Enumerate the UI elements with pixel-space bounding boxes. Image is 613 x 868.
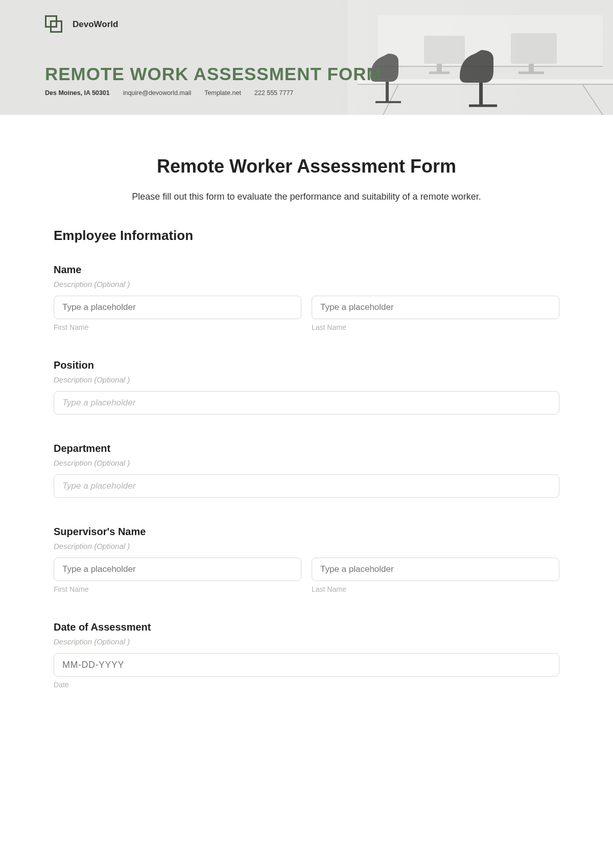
svg-rect-11 — [386, 82, 389, 102]
svg-rect-6 — [511, 33, 557, 64]
field-department-label: Department — [54, 443, 559, 454]
supervisor-first-name-sublabel: First Name — [54, 585, 301, 593]
department-input[interactable] — [54, 474, 559, 498]
svg-rect-12 — [479, 83, 483, 106]
field-department-desc: Description (Optional ) — [54, 459, 559, 467]
header-phone: 222 555 7777 — [254, 89, 293, 97]
supervisor-first-name-input[interactable] — [54, 558, 301, 581]
header-meta: Des Moines, IA 50301 inquire@devoworld.m… — [45, 89, 293, 97]
field-supervisor: Supervisor's Name Description (Optional … — [54, 526, 559, 593]
field-date-desc: Description (Optional ) — [54, 637, 559, 646]
header-address: Des Moines, IA 50301 — [45, 89, 110, 97]
date-input[interactable] — [54, 653, 559, 677]
office-background-image — [347, 0, 613, 115]
header-banner: DevoWorld REMOTE WORK ASSESSMENT FORM De… — [0, 0, 613, 115]
header-title: REMOTE WORK ASSESSMENT FORM — [45, 64, 382, 84]
section-employee-info-title: Employee Information — [54, 228, 559, 244]
field-name: Name Description (Optional ) First Name … — [54, 264, 559, 331]
first-name-input[interactable] — [54, 296, 301, 319]
header-email: inquire@devoworld.mail — [123, 89, 192, 97]
form-title: Remote Worker Assessment Form — [54, 156, 559, 177]
form-content: Remote Worker Assessment Form Please fil… — [0, 115, 613, 714]
field-position-label: Position — [54, 359, 559, 371]
date-sublabel: Date — [54, 681, 559, 689]
field-department: Department Description (Optional ) — [54, 443, 559, 498]
header-site: Template.net — [204, 89, 241, 97]
field-supervisor-desc: Description (Optional ) — [54, 542, 559, 550]
svg-rect-8 — [518, 71, 544, 74]
field-position: Position Description (Optional ) — [54, 359, 559, 415]
svg-rect-3 — [424, 36, 465, 64]
first-name-sublabel: First Name — [54, 323, 301, 331]
last-name-sublabel: Last Name — [312, 323, 559, 331]
brand-name: DevoWorld — [73, 19, 118, 30]
brand-row: DevoWorld — [45, 15, 118, 34]
field-name-desc: Description (Optional ) — [54, 280, 559, 288]
supervisor-last-name-input[interactable] — [312, 558, 559, 581]
field-name-label: Name — [54, 264, 559, 276]
field-date-label: Date of Assessment — [54, 621, 559, 633]
svg-rect-4 — [437, 64, 442, 71]
supervisor-last-name-sublabel: Last Name — [312, 585, 559, 593]
svg-rect-5 — [429, 71, 450, 74]
last-name-input[interactable] — [312, 296, 559, 319]
field-position-desc: Description (Optional ) — [54, 375, 559, 384]
field-date: Date of Assessment Description (Optional… — [54, 621, 559, 689]
field-supervisor-label: Supervisor's Name — [54, 526, 559, 538]
brand-logo-icon — [45, 15, 63, 34]
position-input[interactable] — [54, 391, 559, 415]
svg-rect-7 — [529, 64, 534, 71]
form-intro: Please fill out this form to evaluate th… — [54, 191, 559, 202]
